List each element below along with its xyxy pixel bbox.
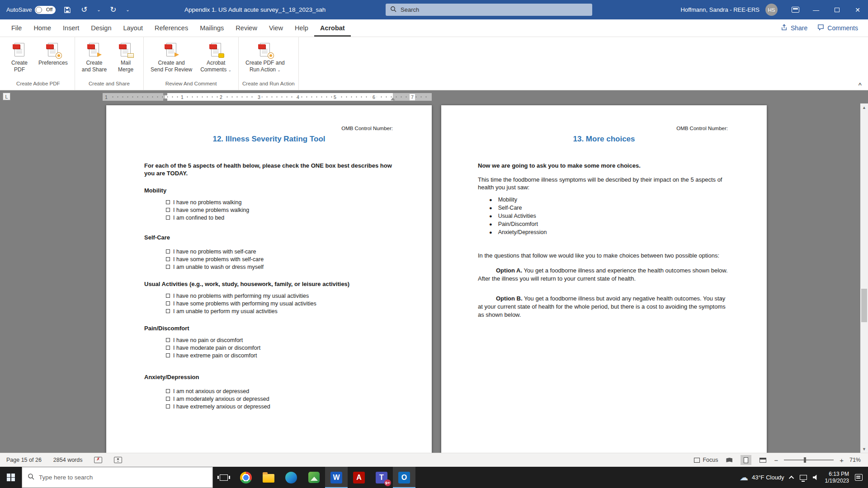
start-button[interactable]: [0, 467, 22, 488]
taskbar-search-box[interactable]: [22, 467, 213, 488]
close-button[interactable]: ✕: [847, 0, 868, 19]
title-search-box[interactable]: [386, 4, 592, 16]
checkbox-icon[interactable]: [166, 301, 170, 305]
document-page-2[interactable]: OMB Control Number: 13. More choices Now…: [441, 105, 767, 453]
outlook-taskbar-icon[interactable]: [393, 467, 415, 488]
checkbox-icon[interactable]: [166, 265, 170, 269]
vertical-scrollbar[interactable]: ▲ ▼: [860, 103, 868, 453]
checkbox-option[interactable]: I have some problems walking: [166, 206, 394, 214]
tab-design[interactable]: Design: [85, 19, 117, 37]
checkbox-option[interactable]: I have moderate pain or discomfort: [166, 344, 394, 352]
autosave-toggle[interactable]: AutoSave Off: [6, 6, 56, 14]
right-indent-marker[interactable]: [391, 98, 395, 100]
checkbox-icon[interactable]: [166, 309, 170, 313]
tab-help[interactable]: Help: [289, 19, 314, 37]
checkbox-option[interactable]: I have some problems with performing my …: [166, 300, 394, 307]
tab-file[interactable]: File: [5, 19, 28, 37]
search-input[interactable]: [401, 6, 592, 13]
speaker-icon[interactable]: [813, 474, 819, 481]
zoom-slider-thumb[interactable]: [804, 457, 806, 463]
first-line-indent-marker[interactable]: [163, 93, 167, 95]
checkbox-icon[interactable]: [166, 338, 170, 342]
teams-taskbar-icon[interactable]: 9+: [370, 467, 393, 488]
checkbox-icon[interactable]: [166, 257, 170, 261]
zoom-in-button[interactable]: +: [840, 456, 844, 464]
weather-widget[interactable]: ☁ 43°F Cloudy: [740, 472, 784, 483]
chrome-taskbar-icon[interactable]: [235, 467, 257, 488]
checkbox-icon[interactable]: [166, 346, 170, 350]
avatar[interactable]: HS: [765, 4, 778, 16]
web-layout-button[interactable]: [757, 455, 768, 465]
mail-merge-button[interactable]: Mail Merge: [112, 40, 140, 75]
undo-dropdown-icon[interactable]: ⌄: [96, 4, 101, 16]
proofing-errors-icon[interactable]: [94, 457, 102, 463]
collapse-ribbon-icon[interactable]: ^: [858, 81, 862, 88]
checkbox-icon[interactable]: [166, 249, 170, 253]
tab-stop-selector[interactable]: L: [3, 93, 10, 100]
checkbox-icon[interactable]: [166, 353, 170, 357]
preferences-button[interactable]: Preferences: [35, 40, 71, 68]
tab-layout[interactable]: Layout: [117, 19, 149, 37]
checkbox-icon[interactable]: [166, 208, 170, 212]
word-taskbar-icon[interactable]: [325, 467, 348, 488]
network-icon[interactable]: [800, 475, 807, 480]
page-number-status[interactable]: Page 15 of 26: [6, 457, 42, 463]
show-hidden-icons-chevron[interactable]: [789, 475, 794, 480]
create-and-share-button[interactable]: Create and Share: [79, 40, 110, 75]
accessibility-checker-icon[interactable]: [114, 457, 122, 463]
tab-acrobat[interactable]: Acrobat: [314, 19, 351, 37]
checkbox-option[interactable]: I have no problems walking: [166, 198, 394, 206]
tab-review[interactable]: Review: [230, 19, 263, 37]
create-pdf-button[interactable]: Create PDF: [5, 40, 33, 75]
zoom-level[interactable]: 71%: [849, 457, 861, 463]
create-and-send-for-review-button[interactable]: Create and Send For Review: [147, 40, 195, 75]
checkbox-icon[interactable]: [166, 397, 170, 401]
checkbox-option[interactable]: I have some problems with self-care: [166, 255, 394, 263]
comments-button[interactable]: Comments: [817, 24, 858, 32]
checkbox-icon[interactable]: [166, 216, 170, 220]
clock[interactable]: 6:13 PM 1/19/2023: [825, 471, 849, 484]
action-center-icon[interactable]: [855, 474, 863, 481]
checkbox-option[interactable]: I have extremely anxious or depressed: [166, 403, 394, 410]
redo-icon[interactable]: ↻: [108, 4, 118, 16]
minimize-button[interactable]: —: [806, 0, 826, 19]
ribbon-display-options-icon[interactable]: [785, 0, 806, 19]
checkbox-icon[interactable]: [166, 404, 170, 408]
undo-icon[interactable]: ↺: [79, 4, 89, 16]
checkbox-icon[interactable]: [166, 294, 170, 298]
tab-home[interactable]: Home: [28, 19, 57, 37]
tab-view[interactable]: View: [263, 19, 289, 37]
left-indent-marker[interactable]: [163, 99, 167, 101]
checkbox-icon[interactable]: [166, 389, 170, 393]
document-page-1[interactable]: OMB Control Number: 12. Illness Severity…: [106, 105, 432, 453]
create-pdf-and-run-action-button[interactable]: Create PDF and Run Action ⌄: [242, 40, 288, 75]
user-name[interactable]: Hoffmann, Sandra - REE-ERS: [680, 6, 760, 13]
horizontal-ruler[interactable]: 1 1 2 3 4 5 6 7: [103, 93, 432, 101]
quick-access-dropdown-icon[interactable]: ⌄: [125, 4, 130, 16]
photos-app-taskbar-icon[interactable]: [302, 467, 325, 488]
read-mode-button[interactable]: [724, 455, 735, 465]
word-count-status[interactable]: 2854 words: [53, 457, 83, 463]
maximize-button[interactable]: [826, 0, 847, 19]
zoom-out-button[interactable]: −: [774, 456, 778, 464]
checkbox-option[interactable]: I have no pain or discomfort: [166, 336, 394, 344]
scroll-up-icon[interactable]: ▲: [860, 103, 868, 111]
acrobat-taskbar-icon[interactable]: [348, 467, 370, 488]
checkbox-option[interactable]: I am not anxious or depressed: [166, 387, 394, 395]
zoom-slider[interactable]: [784, 460, 834, 460]
task-view-button[interactable]: [213, 467, 235, 488]
document-title[interactable]: Appendix 1. US Adult acute survey_1_18_2…: [184, 0, 326, 19]
tab-insert[interactable]: Insert: [57, 19, 85, 37]
tab-mailings[interactable]: Mailings: [194, 19, 230, 37]
print-layout-button[interactable]: [741, 455, 751, 465]
scrollbar-thumb[interactable]: [861, 289, 867, 322]
checkbox-option[interactable]: I am unable to wash or dress myself: [166, 263, 394, 271]
checkbox-option[interactable]: I have extreme pain or discomfort: [166, 352, 394, 359]
share-button[interactable]: Share: [781, 24, 807, 32]
acrobat-comments-button[interactable]: Acrobat Comments ⌄: [197, 40, 235, 75]
checkbox-icon[interactable]: [166, 200, 170, 204]
tab-references[interactable]: References: [149, 19, 194, 37]
scroll-down-icon[interactable]: ▼: [860, 445, 868, 453]
focus-mode-button[interactable]: Focus: [694, 457, 718, 463]
checkbox-option[interactable]: I am confined to bed: [166, 214, 394, 221]
